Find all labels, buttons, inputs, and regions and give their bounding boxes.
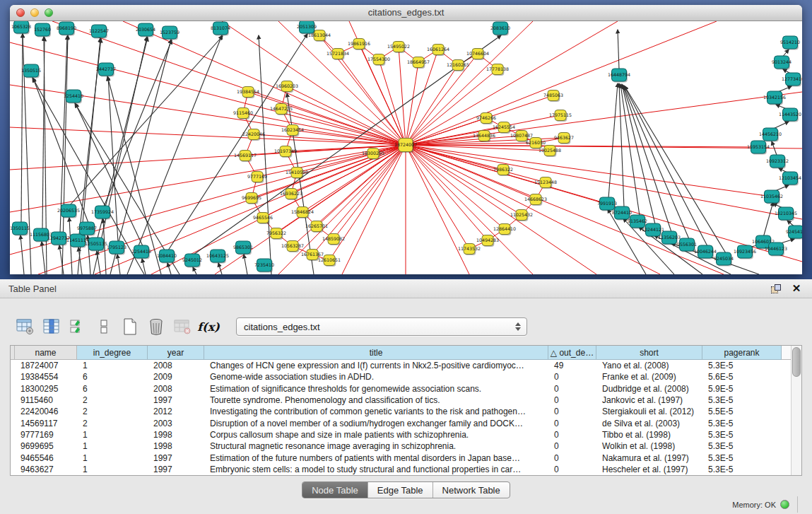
column-header-short[interactable]: short — [596, 346, 702, 360]
graph-node[interactable]: 9013244 — [772, 56, 792, 70]
graph-node[interactable]: 9975887 — [77, 222, 97, 236]
graph-node[interactable]: 14647275 — [270, 104, 293, 116]
graph-node[interactable]: 10923312 — [766, 155, 789, 169]
graph-node[interactable]: 9699695 — [242, 193, 261, 205]
graph-node[interactable]: 17359924 — [91, 206, 114, 220]
graph-node[interactable]: 7235410 — [254, 259, 274, 273]
graph-node[interactable]: 16960203 — [276, 81, 298, 93]
graph-node[interactable]: 1084410 — [157, 250, 177, 264]
table-mode-button[interactable] — [16, 317, 35, 337]
graph-node[interactable]: 17975115 — [549, 110, 572, 122]
float-panel-icon[interactable] — [768, 283, 782, 294]
graph-node[interactable]: 12103454 — [779, 172, 801, 186]
graph-node[interactable]: 19861916 — [348, 39, 370, 51]
graph-node[interactable]: 18664957 — [407, 57, 430, 69]
graph-node[interactable]: 1350115 — [10, 222, 30, 236]
close-button[interactable] — [16, 8, 25, 17]
function-builder-button[interactable]: f(x) — [199, 317, 218, 337]
graph-node[interactable]: 12773410 — [782, 73, 802, 87]
zoom-button[interactable] — [45, 8, 53, 17]
show-columns-button[interactable] — [42, 317, 61, 337]
graph-node[interactable]: 14859082 — [322, 234, 345, 246]
graph-node[interactable]: 8131074 — [211, 22, 230, 36]
graph-node[interactable]: 9777169 — [247, 172, 267, 184]
graph-node[interactable]: 2083610 — [490, 22, 510, 36]
network-graph[interactable]: 1938455491154602242004614569117977716996… — [10, 21, 802, 274]
graph-node[interactable]: 16265701 — [305, 221, 328, 233]
graph-node[interactable]: 19384554 — [237, 87, 259, 99]
graph-node[interactable]: 1350515 — [21, 64, 41, 78]
graph-node[interactable]: 1122547 — [89, 25, 109, 39]
window-titlebar[interactable]: citations_edges.txt — [10, 5, 802, 21]
graph-node[interactable]: 2051309 — [297, 21, 317, 35]
column-header-in_degree[interactable]: in_degree — [77, 346, 148, 360]
close-panel-icon[interactable]: ✕ — [789, 283, 804, 294]
graph-node[interactable]: 12160265 — [447, 60, 469, 72]
graph-node[interactable]: 15953154 — [747, 141, 770, 155]
graph-node[interactable]: 9245012 — [182, 254, 202, 268]
graph-node[interactable]: 11035462 — [760, 190, 783, 204]
graph-node[interactable]: 9514210 — [780, 36, 800, 50]
graph-node[interactable]: 10643125 — [206, 250, 229, 264]
graph-node[interactable]: 10197349 — [274, 146, 297, 158]
graph-node[interactable]: 9463627 — [554, 133, 574, 145]
table-row[interactable]: 977716911998Corpus callosum shape and si… — [11, 429, 801, 440]
column-header-pagerank[interactable]: pagerank — [702, 346, 782, 360]
delete-column-button[interactable] — [146, 317, 166, 337]
graph-node[interactable]: 9115460 — [233, 108, 253, 120]
table-row[interactable]: 911546021997Tourette syndrome. Phenomeno… — [11, 395, 801, 406]
minimize-button[interactable] — [30, 8, 39, 17]
network-window[interactable]: citations_edges.txt 19384554911546022420… — [10, 5, 802, 274]
graph-node[interactable]: 9245034 — [714, 252, 734, 267]
graph-node[interactable]: 9245410 — [786, 226, 802, 240]
graph-node[interactable]: 1065328 — [11, 21, 31, 35]
graph-node[interactable]: 16061264 — [427, 45, 449, 57]
table-scrollbar[interactable] — [791, 346, 801, 475]
graph-node[interactable]: 14569117 — [234, 151, 257, 163]
graph-node[interactable]: 10342156 — [763, 91, 786, 105]
graph-node[interactable]: 11025432 — [510, 210, 533, 222]
graph-node[interactable]: 17778138 — [486, 64, 509, 76]
column-header-out_degree[interactable]: △ out_de… — [548, 346, 596, 360]
graph-node[interactable]: 14456210 — [759, 128, 782, 142]
table-row[interactable]: 946554611997Estimation of the future num… — [11, 452, 801, 463]
create-column-button[interactable] — [120, 317, 140, 337]
table-row[interactable]: 1872400712008Changes of HCN gene express… — [11, 360, 801, 371]
graph-node[interactable]: 15495022 — [387, 42, 410, 54]
table-row[interactable]: 946362711997Embryonic stem cells: a mode… — [11, 464, 801, 475]
graph-node[interactable]: 7991913 — [597, 197, 617, 211]
graph-node[interactable]: 9865301 — [233, 241, 253, 255]
graph-node[interactable]: 2254410 — [131, 245, 151, 259]
graph-node[interactable]: 2442737 — [96, 63, 116, 77]
graph-node[interactable]: 16245554 — [493, 122, 515, 134]
column-header-title[interactable]: title — [204, 346, 548, 360]
graph-node[interactable]: 15846824 — [291, 207, 314, 219]
graph-node[interactable]: 22420046 — [242, 129, 265, 141]
memory-status-icon[interactable] — [780, 500, 789, 509]
graph-node[interactable]: 2030654 — [136, 23, 155, 37]
table-row[interactable]: 1938455462009Genome-wide association stu… — [11, 371, 801, 382]
column-header-name[interactable]: name — [15, 346, 77, 360]
graph-node[interactable]: 10563287 — [281, 241, 304, 253]
graph-node[interactable]: 17554300 — [367, 54, 390, 66]
scrollbar-thumb[interactable] — [792, 347, 801, 377]
table-row[interactable]: 969969511998Structural magnetic resonanc… — [11, 440, 801, 452]
graph-node[interactable]: 9746266 — [476, 113, 496, 125]
graph-node[interactable]: 12864410 — [493, 224, 516, 236]
table-row[interactable]: 2242004622012Investigating the contribut… — [11, 406, 801, 417]
graph-node[interactable]: 16448794 — [608, 69, 630, 83]
graph-node[interactable]: 152760 — [34, 23, 51, 37]
column-header-year[interactable]: year — [148, 346, 204, 360]
table-row[interactable]: 1830029562008Estimation of significance … — [11, 383, 801, 395]
table-row[interactable]: 1456911722003Disruption of a novel membe… — [11, 417, 801, 428]
graph-node[interactable]: 1795123 — [107, 241, 126, 255]
row-tools-button[interactable] — [94, 317, 114, 337]
graph-node[interactable]: 7485063 — [543, 90, 563, 103]
graph-node[interactable]: 3254410 — [64, 90, 83, 104]
graph-node[interactable]: 8968190 — [57, 22, 76, 36]
graph-node[interactable]: 11443520 — [779, 108, 801, 122]
table-select-dropdown[interactable]: citations_edges.txt — [236, 317, 527, 336]
network-canvas[interactable]: 1938455491154602242004614569117977716996… — [10, 21, 802, 274]
delete-table-button[interactable] — [172, 317, 192, 337]
graph-node[interactable]: 15123448 — [534, 177, 557, 189]
